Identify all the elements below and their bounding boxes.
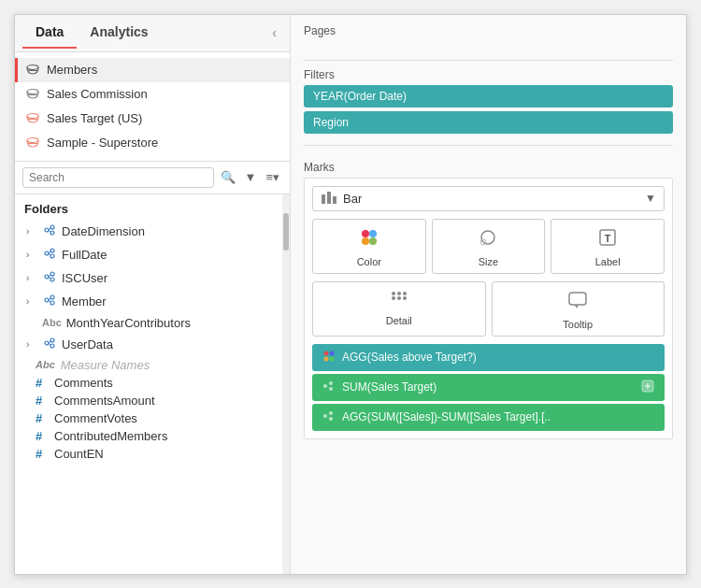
- svg-point-52: [324, 351, 329, 355]
- svg-point-36: [362, 230, 369, 237]
- scrollbar[interactable]: [282, 194, 290, 574]
- search-input[interactable]: [22, 167, 214, 188]
- svg-point-57: [329, 381, 333, 385]
- search-icon[interactable]: 🔍: [218, 168, 238, 186]
- filter-pill-region[interactable]: Region: [304, 111, 673, 134]
- svg-point-46: [403, 296, 407, 300]
- field-item-commentsamount[interactable]: # CommentsAmount: [15, 392, 290, 409]
- mark-button-tooltip[interactable]: Tooltip: [492, 281, 665, 337]
- shelf-pill-agg-sum-sales[interactable]: AGG(SUM([Sales])-SUM([Sales Target].[..: [312, 404, 665, 431]
- folder-item-member[interactable]: › Member: [15, 290, 290, 313]
- field-item-counten[interactable]: # CountEN: [15, 445, 290, 463]
- datasource-label-sales-commission: Sales Commission: [47, 87, 148, 101]
- svg-rect-34: [327, 192, 331, 204]
- filter-icon[interactable]: ▼: [242, 168, 260, 186]
- svg-point-29: [50, 338, 54, 342]
- shelves-list: AGG(Sales above Target?) SUM(Sales Targe…: [312, 344, 665, 431]
- folder-item-userdata[interactable]: › UserData: [15, 333, 290, 356]
- svg-point-18: [45, 275, 49, 279]
- svg-point-2: [27, 89, 38, 93]
- mark-button-label[interactable]: T Label: [551, 219, 665, 274]
- folder-item-fulldate[interactable]: › FullDate: [15, 243, 290, 266]
- label-icon: T: [597, 227, 618, 252]
- shelf-pill-action-icon[interactable]: [640, 379, 655, 396]
- measure-names-item[interactable]: Abc Measure Names: [15, 356, 290, 374]
- chevron-icon: ›: [26, 273, 37, 283]
- shelf-detail-dots-icon-2: [322, 409, 336, 426]
- shelf-pill-sum-sales-target[interactable]: SUM(Sales Target): [312, 374, 665, 401]
- folder-group-icon-4: [42, 293, 57, 310]
- svg-point-56: [323, 384, 327, 388]
- folders-title: Folders: [15, 198, 290, 220]
- tab-analytics[interactable]: Analytics: [77, 17, 161, 49]
- mark-button-size[interactable]: Size: [432, 219, 546, 274]
- tab-bar: Data Analytics ‹: [15, 15, 290, 52]
- hash-icon-commentsamount: #: [36, 394, 49, 408]
- svg-line-22: [49, 277, 50, 279]
- folder-item-monthyear[interactable]: › Abc MonthYearContributors: [15, 313, 290, 333]
- svg-point-28: [45, 341, 49, 345]
- shelf-pill-agg-label: AGG(Sales above Target?): [342, 351, 655, 364]
- mark-button-tooltip-label: Tooltip: [563, 319, 593, 330]
- svg-point-30: [50, 344, 54, 348]
- folder-label-datedimension: DateDimension: [62, 224, 145, 238]
- filters-section: Filters YEAR(Order Date) Region: [304, 68, 673, 137]
- view-toggle-icon[interactable]: ≡▾: [263, 168, 282, 186]
- svg-point-8: [45, 228, 49, 232]
- field-item-commentvotes[interactable]: # CommentVotes: [15, 409, 290, 427]
- marks-type-dropdown[interactable]: Bar ▼: [312, 186, 665, 211]
- svg-point-49: [403, 292, 407, 295]
- field-item-contributedmembers[interactable]: # ContributedMembers: [15, 427, 290, 445]
- svg-point-40: [481, 231, 494, 244]
- mark-button-detail[interactable]: Detail: [312, 281, 486, 337]
- svg-point-55: [330, 356, 335, 361]
- filter-pill-year-order-date[interactable]: YEAR(Order Date): [304, 85, 673, 108]
- folder-item-iscuser[interactable]: › ISCUser: [15, 266, 290, 290]
- detail-icon: [389, 290, 409, 311]
- marks-dropdown-label: Bar: [343, 192, 639, 206]
- collapse-button[interactable]: ‹: [266, 22, 282, 44]
- tab-data[interactable]: Data: [22, 17, 77, 49]
- datasource-list: Members Sales Commission: [15, 52, 290, 162]
- filters-label: Filters: [304, 68, 673, 81]
- mark-button-color[interactable]: Color: [312, 219, 426, 274]
- svg-point-13: [45, 251, 49, 255]
- svg-point-58: [329, 387, 333, 391]
- folder-item-datedimension[interactable]: › DateDimension: [15, 220, 290, 243]
- size-icon: [478, 227, 498, 252]
- datasource-item-sales-target[interactable]: Sales Target (US): [15, 107, 290, 131]
- svg-rect-50: [569, 293, 586, 305]
- datasource-icon-sample-superstore: [24, 135, 41, 151]
- marks-buttons-row1: Color Size T: [312, 219, 665, 274]
- svg-point-64: [329, 417, 333, 421]
- datasource-icon-sales-commission: [24, 86, 41, 103]
- search-bar: 🔍 ▼ ≡▾: [15, 162, 290, 194]
- svg-point-54: [324, 356, 329, 361]
- field-item-comments[interactable]: # Comments: [15, 374, 290, 392]
- svg-point-53: [330, 351, 335, 355]
- svg-rect-35: [333, 196, 336, 204]
- abc-type-icon: Abc: [42, 317, 62, 328]
- datasource-label-sample-superstore: Sample - Superstore: [47, 136, 158, 150]
- chevron-icon: ›: [26, 339, 37, 350]
- shelf-pill-agg-sales-above[interactable]: AGG(Sales above Target?): [312, 344, 665, 371]
- field-label-commentvotes: CommentVotes: [54, 411, 137, 425]
- scrollbar-thumb: [283, 213, 289, 251]
- datasource-item-sample-superstore[interactable]: Sample - Superstore: [15, 131, 290, 155]
- shelf-color-dots-icon: [322, 349, 336, 366]
- datasource-item-sales-commission[interactable]: Sales Commission: [15, 82, 290, 107]
- svg-point-63: [329, 411, 333, 415]
- datasource-icon-members: [24, 62, 41, 79]
- svg-rect-33: [322, 194, 325, 204]
- shelf-pill-sum-label: SUM(Sales Target): [342, 380, 635, 394]
- svg-line-17: [49, 253, 50, 255]
- mark-button-size-label: Size: [479, 256, 498, 267]
- datasource-item-members[interactable]: Members: [15, 58, 290, 82]
- field-label-contributedmembers: ContributedMembers: [54, 429, 167, 443]
- marks-label: Marks: [304, 161, 673, 174]
- hash-icon-commentvotes: #: [36, 411, 49, 425]
- svg-point-62: [323, 414, 327, 418]
- datasource-label-members: Members: [47, 63, 97, 77]
- hash-icon-contributedmembers: #: [36, 429, 49, 443]
- folder-label-member: Member: [62, 294, 107, 308]
